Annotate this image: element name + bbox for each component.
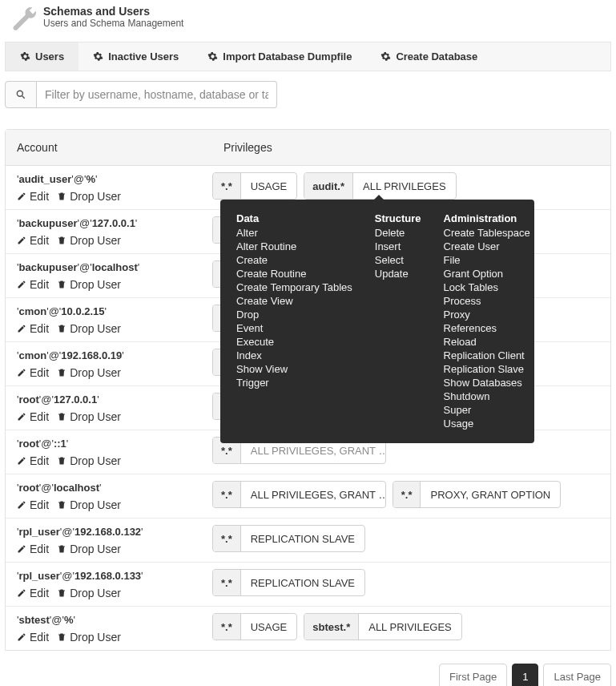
tooltip-item: File — [444, 253, 530, 267]
privilege-text: USAGE — [241, 614, 297, 640]
account-name: 'cmon'@'192.168.0.19' — [17, 349, 212, 363]
pencil-icon — [17, 588, 26, 598]
tooltip-item: Proxy — [444, 308, 530, 321]
account-name: 'backupuser'@'127.0.0.1' — [17, 216, 212, 231]
tooltip-item: Grant Option — [444, 267, 530, 280]
edit-button[interactable]: Edit — [17, 190, 49, 203]
edit-button[interactable]: Edit — [17, 454, 49, 467]
tab-import-database-dumpfile[interactable]: Import Database Dumpfile — [193, 42, 366, 71]
tooltip-item: Show Databases — [444, 376, 530, 389]
drop-user-button[interactable]: Drop User — [57, 234, 121, 247]
privilege-scope: *.* — [213, 482, 241, 507]
drop-user-button[interactable]: Drop User — [57, 543, 121, 555]
privilege-pill[interactable]: *.*PROXY, GRANT OPTION — [393, 481, 562, 508]
trash-icon — [57, 412, 66, 422]
tab-inactive-users[interactable]: Inactive Users — [79, 42, 193, 71]
search-button[interactable] — [5, 81, 37, 108]
edit-button[interactable]: Edit — [17, 498, 49, 511]
filter-input[interactable] — [37, 81, 277, 108]
pencil-icon — [17, 368, 26, 377]
tooltip-item: Event — [236, 321, 352, 335]
trash-icon — [57, 500, 66, 510]
privilege-scope: audit.* — [304, 173, 353, 199]
drop-user-button[interactable]: Drop User — [57, 587, 121, 599]
edit-label: Edit — [30, 322, 49, 335]
edit-label: Edit — [30, 543, 49, 555]
drop-user-button[interactable]: Drop User — [57, 454, 121, 467]
pencil-icon — [17, 412, 26, 422]
page-header: Schemas and Users Users and Schema Manag… — [5, 0, 611, 38]
drop-user-button[interactable]: Drop User — [57, 278, 121, 291]
drop-user-button[interactable]: Drop User — [57, 366, 121, 379]
edit-button[interactable]: Edit — [17, 587, 49, 599]
account-name: 'root'@'localhost' — [17, 481, 212, 495]
privilege-pill[interactable]: *.*ALL PRIVILEGES, GRANT … — [212, 481, 386, 508]
tooltip-item: Execute — [236, 335, 352, 349]
privilege-text: ALL PRIVILEGES — [353, 173, 456, 199]
account-name: 'rpl_user'@'192.168.0.132' — [17, 525, 212, 539]
tooltip-item: Select — [375, 253, 421, 267]
page-number-button[interactable]: 1 — [512, 664, 538, 686]
tab-label: Create Database — [396, 50, 477, 63]
tooltip-item: Trigger — [236, 376, 352, 389]
edit-button[interactable]: Edit — [17, 322, 49, 335]
account-name: 'audit_user'@'%' — [17, 172, 212, 187]
tab-users[interactable]: Users — [6, 42, 79, 71]
tooltip-item: Lock Tables — [444, 280, 530, 294]
edit-button[interactable]: Edit — [17, 278, 49, 291]
account-name: 'root'@'::1' — [17, 437, 212, 451]
table-row: 'root'@'localhost'EditDrop User*.*ALL PR… — [6, 474, 610, 519]
tab-create-database[interactable]: Create Database — [366, 42, 492, 71]
pencil-icon — [17, 324, 26, 333]
tooltip-item: Create View — [236, 294, 352, 308]
edit-label: Edit — [30, 234, 49, 247]
trash-icon — [57, 632, 66, 642]
privilege-pill[interactable]: sbtest.*ALL PRIVILEGES — [304, 613, 462, 640]
drop-user-button[interactable]: Drop User — [57, 498, 121, 511]
edit-button[interactable]: Edit — [17, 410, 49, 423]
edit-button[interactable]: Edit — [17, 366, 49, 379]
gear-icon — [93, 51, 103, 62]
edit-label: Edit — [30, 278, 49, 291]
privilege-pill[interactable]: *.*REPLICATION SLAVE — [212, 569, 365, 596]
edit-button[interactable]: Edit — [17, 631, 49, 644]
privilege-pill[interactable]: *.*USAGE — [212, 172, 297, 200]
drop-user-button[interactable]: Drop User — [57, 190, 121, 203]
page-subtitle: Users and Schema Management — [43, 18, 183, 29]
tooltip-heading: Administration — [444, 212, 530, 224]
tooltip-item: Drop — [236, 308, 352, 321]
tab-label: Users — [35, 50, 64, 63]
tooltip-item: Index — [236, 349, 352, 362]
account-name: 'root'@'127.0.0.1' — [17, 393, 212, 407]
privilege-scope: sbtest.* — [304, 614, 359, 640]
pagination: First Page 1 Last Page — [5, 664, 611, 686]
drop-user-button[interactable]: Drop User — [57, 410, 121, 423]
privilege-pill[interactable]: *.*REPLICATION SLAVE — [212, 525, 365, 552]
drop-user-button[interactable]: Drop User — [57, 322, 121, 335]
svg-point-0 — [17, 91, 22, 96]
drop-label: Drop User — [70, 498, 121, 511]
tooltip-item: Delete — [375, 226, 421, 240]
pencil-icon — [17, 280, 26, 289]
tooltip-item: Alter — [236, 226, 352, 240]
privilege-pill[interactable]: *.*USAGE — [212, 613, 297, 640]
drop-user-button[interactable]: Drop User — [57, 631, 121, 644]
drop-label: Drop User — [70, 587, 121, 599]
last-page-button[interactable]: Last Page — [543, 664, 611, 686]
account-name: 'rpl_user'@'192.168.0.133' — [17, 569, 212, 583]
edit-button[interactable]: Edit — [17, 543, 49, 555]
gear-icon — [20, 51, 30, 62]
tooltip-item: Usage — [444, 417, 530, 430]
drop-label: Drop User — [70, 234, 121, 247]
edit-button[interactable]: Edit — [17, 234, 49, 247]
privilege-text: ALL PRIVILEGES, GRANT … — [241, 482, 385, 507]
pencil-icon — [17, 500, 26, 510]
privileges-cell: *.*USAGEaudit.*ALL PRIVILEGESDataAlterAl… — [212, 172, 599, 200]
privilege-text: ALL PRIVILEGES — [359, 614, 461, 640]
privilege-scope: *.* — [213, 570, 241, 595]
privilege-text: REPLICATION SLAVE — [241, 526, 364, 551]
first-page-button[interactable]: First Page — [439, 664, 507, 686]
pencil-icon — [17, 544, 26, 554]
col-privileges: Privileges — [212, 130, 610, 165]
tooltip-item: Create Routine — [236, 267, 352, 280]
